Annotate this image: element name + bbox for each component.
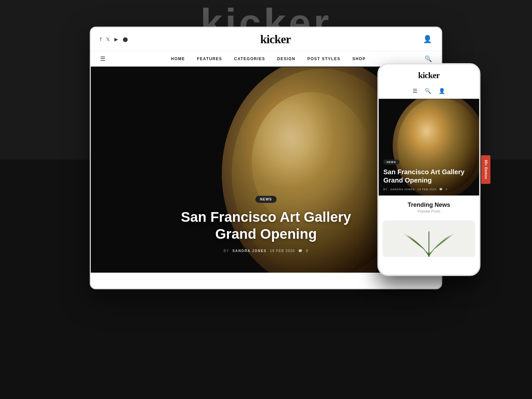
nav-features[interactable]: FEATURES: [197, 57, 222, 61]
phone-leaf-decoration: [383, 220, 475, 257]
hero-title: San Francisco Art Gallery Grand Opening: [180, 209, 352, 242]
phone-nav-icons: ☰ 🔍 👤: [379, 85, 479, 99]
hero-by-label: BY: [224, 249, 229, 253]
phone-hero-content: NEWS San Francisco Art Gallery Grand Ope…: [383, 158, 474, 191]
scene: f 𝕏 ▶ ⬤ kicker 👤 ☰ HOME FEATURES CATEGOR…: [0, 0, 532, 399]
search-icon[interactable]: 🔍: [425, 55, 432, 63]
phone-trending-subtitle: Popular Posts: [384, 209, 474, 213]
tablet-topbar: f 𝕏 ▶ ⬤ kicker 👤: [91, 28, 441, 51]
phone-user-icon[interactable]: 👤: [439, 88, 445, 94]
phone-hero-by: BY: [383, 188, 388, 191]
phone-hero-author[interactable]: SANDRA JONES: [390, 188, 415, 191]
phone-post-card[interactable]: [383, 220, 475, 257]
hero-author[interactable]: SANDRA JONES: [232, 249, 267, 253]
phone-topbar: kicker: [379, 65, 479, 85]
hamburger-icon[interactable]: ☰: [100, 55, 105, 63]
nav-shop[interactable]: SHOP: [352, 57, 366, 61]
phone-hero-title: San Francisco Art Gallery Grand Opening: [383, 168, 474, 185]
phone-trending-title: Trending News: [384, 201, 474, 208]
demos-tab[interactable]: 60+ Demos: [481, 155, 490, 184]
phone-hero: NEWS San Francisco Art Gallery Grand Ope…: [379, 99, 479, 196]
hero-date: 19 FEB 2020: [270, 249, 295, 253]
tablet-logo[interactable]: kicker: [260, 32, 291, 46]
phone-logo[interactable]: kicker: [418, 70, 440, 80]
user-icon[interactable]: 👤: [423, 35, 432, 44]
facebook-icon[interactable]: f: [100, 37, 101, 42]
nav-design[interactable]: DESIGN: [277, 57, 296, 61]
hero-comment-icon: 💬: [298, 249, 303, 253]
nav-post-styles[interactable]: POST STYLES: [308, 57, 340, 61]
phone-hamburger-icon[interactable]: ☰: [413, 88, 417, 94]
phone-device: kicker ☰ 🔍 👤 NEWS San Francisco Art Gall…: [377, 63, 480, 276]
instagram-icon[interactable]: ⬤: [123, 37, 128, 42]
hero-news-badge: NEWS: [255, 196, 277, 203]
phone-hero-comments: 0: [446, 188, 447, 191]
phone-trending-section: Trending News Popular Posts: [379, 196, 479, 217]
twitter-icon[interactable]: 𝕏: [106, 37, 110, 42]
phone-device-wrapper: kicker ☰ 🔍 👤 NEWS San Francisco Art Gall…: [377, 63, 480, 276]
nav-links: HOME FEATURES CATEGORIES DESIGN POST STY…: [112, 57, 425, 61]
nav-categories[interactable]: CATEGORIES: [234, 57, 265, 61]
hero-comments: 0: [306, 249, 308, 253]
phone-hero-badge: NEWS: [383, 160, 399, 165]
phone-hero-meta: BY SANDRA JONES 19 FEB 2020 💬 0: [383, 188, 474, 191]
tablet-social-icons: f 𝕏 ▶ ⬤: [100, 37, 128, 42]
youtube-icon[interactable]: ▶: [114, 37, 118, 42]
phone-hero-date: 19 FEB 2020: [417, 188, 437, 191]
phone-comment-icon: 💬: [439, 188, 443, 191]
phone-search-icon[interactable]: 🔍: [425, 88, 431, 94]
nav-home[interactable]: HOME: [171, 57, 185, 61]
